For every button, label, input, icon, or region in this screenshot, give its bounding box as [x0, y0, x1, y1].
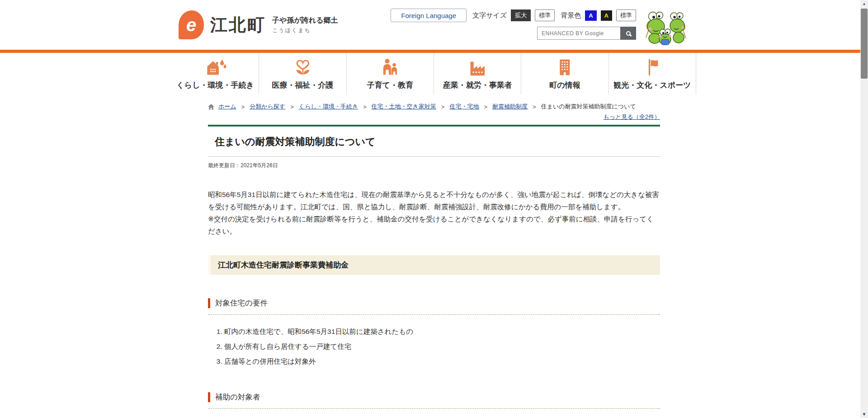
- nav-item-3[interactable]: 子育て・教育: [347, 53, 434, 94]
- nav-item-label: 医療・福祉・介護: [272, 80, 333, 90]
- bg-color-black-button[interactable]: A: [601, 10, 612, 21]
- scrollbar[interactable]: ▲ ▼: [860, 0, 868, 418]
- breadcrumb-current: 住まいの耐震対策補助制度について: [541, 103, 636, 111]
- section-heading: 江北町木造住宅耐震診断事業費補助金: [208, 255, 660, 275]
- breadcrumb-separator: >: [363, 103, 367, 110]
- subsection-heading-text: 対象住宅の要件: [215, 298, 268, 308]
- font-size-label: 文字サイズ: [472, 11, 507, 20]
- search-icon: [626, 31, 631, 36]
- flag-icon: [643, 57, 661, 77]
- main-content: 住まいの耐震対策補助制度について 最終更新日：2021年5月26日 昭和56年5…: [208, 125, 660, 418]
- search-input[interactable]: [537, 27, 620, 40]
- subsection-list: 町内の木造住宅で、昭和56年5月31日以前に建築されたもの個人が所有し自ら居住す…: [208, 324, 660, 369]
- subsection-heading: 補助の対象者: [208, 392, 660, 409]
- heading-accent-bar: [208, 298, 210, 308]
- subsection-heading: 対象住宅の要件: [208, 298, 660, 315]
- last-updated: 最終更新日：2021年5月26日: [208, 162, 660, 169]
- breadcrumb-link[interactable]: 耐震補助制度: [492, 103, 528, 111]
- scrollbar-down-arrow[interactable]: ▼: [860, 410, 868, 418]
- breadcrumb: ホーム>分類から探す>くらし・環境・手続き>住宅・土地・空き家対策>住宅・宅地>…: [208, 103, 660, 121]
- factory-icon: [466, 57, 489, 77]
- breadcrumb-separator: >: [533, 103, 536, 110]
- intro-note: ※交付の決定を受けられる前に耐震診断等を行うと、補助金の交付を受けることができな…: [208, 213, 660, 237]
- scrollbar-up-arrow[interactable]: ▲: [860, 0, 868, 8]
- site-header: e 江北町 子や孫が誇れる郷土 こうほくまち Foreign Language …: [0, 0, 868, 50]
- breadcrumb-link[interactable]: 住宅・宅地: [449, 103, 479, 111]
- breadcrumb-separator: >: [484, 103, 487, 110]
- font-size-standard-button[interactable]: 標準: [535, 9, 555, 21]
- nav-item-label: 町の情報: [549, 80, 580, 90]
- breadcrumb-separator: >: [290, 103, 294, 110]
- nav-item-4[interactable]: 産業・就労・事業者: [434, 53, 521, 94]
- nav-item-5[interactable]: 町の情報: [521, 53, 609, 94]
- nav-item-6[interactable]: 観光・文化・スポーツ: [609, 53, 696, 94]
- site-tagline: 子や孫が誇れる郷土: [272, 16, 338, 25]
- bg-color-blue-button[interactable]: A: [585, 10, 596, 21]
- heart-flower-icon: [293, 57, 313, 77]
- list-item: 店舗等との併用住宅は対象外: [224, 354, 660, 369]
- title-block: 住まいの耐震対策補助制度について: [208, 125, 660, 157]
- bg-color-standard-button[interactable]: 標準: [616, 9, 636, 21]
- search-button[interactable]: [620, 27, 636, 40]
- site-name: 江北町: [210, 14, 266, 37]
- font-size-expand-button[interactable]: 拡大: [511, 9, 531, 21]
- list-item: 町内の木造住宅で、昭和56年5月31日以前に建築されたもの: [224, 324, 660, 339]
- breadcrumb-separator: >: [241, 103, 245, 110]
- subsection: 対象住宅の要件町内の木造住宅で、昭和56年5月31日以前に建築されたもの個人が所…: [208, 298, 660, 369]
- breadcrumb-link[interactable]: 分類から探す: [250, 103, 285, 111]
- nav-item-label: 産業・就労・事業者: [443, 80, 512, 90]
- breadcrumb-link[interactable]: ホーム: [218, 103, 236, 111]
- parent-child-icon: [380, 57, 400, 77]
- house-drops-icon: [204, 57, 226, 77]
- site-logo[interactable]: e 江北町 子や孫が誇れる郷土 こうほくまち: [179, 10, 338, 39]
- intro-paragraph: 昭和56年5月31日以前に建てられた木造住宅は、現在の耐震基準から見ると不十分な…: [208, 188, 660, 213]
- bg-color-label: 背景色: [561, 11, 581, 20]
- nav-item-1[interactable]: くらし・環境・手続き: [172, 53, 259, 94]
- header-accent-bar: [0, 50, 868, 53]
- site-furigana: こうほくまち: [272, 27, 338, 34]
- nav-item-label: くらし・環境・手続き: [176, 80, 254, 90]
- breadcrumb-link[interactable]: くらし・環境・手続き: [299, 103, 358, 111]
- subsection: 補助の対象者上記の木造住宅を所有し、かつ居住する者、又はその親族等で耐震診断にか…: [208, 392, 660, 418]
- scrollbar-thumb[interactable]: [861, 9, 868, 79]
- foreign-language-button[interactable]: Foreign Language: [391, 9, 467, 22]
- town-logo-icon: e: [179, 10, 204, 39]
- town-building-icon: [557, 57, 573, 77]
- list-item: 個人が所有し自ら居住する一戸建て住宅: [224, 339, 660, 354]
- nav-item-label: 観光・文化・スポーツ: [613, 80, 691, 90]
- subsection-heading-text: 補助の対象者: [215, 392, 260, 402]
- home-icon: [208, 104, 214, 110]
- breadcrumb-link[interactable]: 住宅・土地・空き家対策: [372, 103, 436, 111]
- global-nav: くらし・環境・手続き医療・福祉・介護子育て・教育産業・就労・事業者町の情報観光・…: [0, 53, 868, 94]
- page-title: 住まいの耐震対策補助制度について: [208, 127, 660, 157]
- frog-mascots-icon: [642, 9, 689, 47]
- nav-item-2[interactable]: 医療・福祉・介護: [259, 53, 346, 94]
- nav-item-label: 子育て・教育: [367, 80, 413, 90]
- heading-accent-bar: [208, 392, 210, 402]
- breadcrumb-separator: >: [441, 103, 445, 110]
- more-link[interactable]: もっと見る（全2件）: [604, 113, 660, 120]
